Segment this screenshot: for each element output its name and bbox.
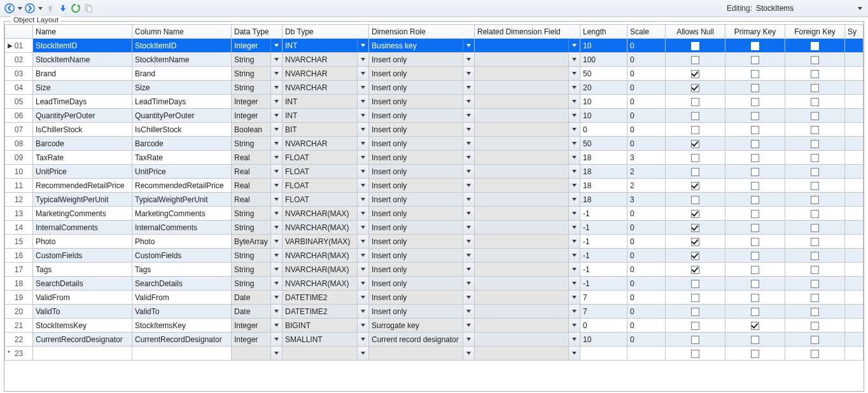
chevron-down-icon[interactable] bbox=[357, 347, 368, 360]
cell-length[interactable]: 7 bbox=[580, 291, 627, 305]
table-row[interactable]: 20ValidToValidToDateDATETIME2Insert only… bbox=[5, 305, 864, 319]
chevron-down-icon[interactable] bbox=[270, 249, 282, 262]
row-gutter[interactable]: 21 bbox=[5, 319, 33, 333]
table-row[interactable]: 07IsChillerStockIsChillerStockBooleanBIT… bbox=[5, 123, 864, 137]
cell-scale[interactable]: 0 bbox=[627, 249, 666, 263]
cell-primary-key[interactable] bbox=[725, 53, 785, 67]
cell-foreign-key[interactable] bbox=[785, 53, 845, 67]
cell-allows-null[interactable] bbox=[666, 81, 725, 95]
cell-db-type[interactable]: NVARCHAR bbox=[283, 137, 369, 151]
checkbox[interactable] bbox=[811, 322, 819, 330]
cell-foreign-key[interactable] bbox=[785, 39, 845, 53]
cell-column-name[interactable]: ValidFrom bbox=[132, 291, 232, 305]
cell-scale[interactable] bbox=[627, 347, 666, 361]
checkbox[interactable] bbox=[811, 336, 819, 344]
cell-data-type[interactable] bbox=[232, 347, 283, 361]
forward-button[interactable] bbox=[24, 3, 36, 14]
cell-name[interactable]: Photo bbox=[33, 235, 132, 249]
cell-name[interactable] bbox=[33, 347, 132, 361]
cell-foreign-key[interactable] bbox=[785, 221, 845, 235]
chevron-down-icon[interactable] bbox=[568, 207, 580, 220]
cell-allows-null[interactable] bbox=[666, 221, 725, 235]
table-row[interactable]: 02StockItemNameStockItemNameStringNVARCH… bbox=[5, 53, 864, 67]
cell-primary-key[interactable] bbox=[725, 67, 785, 81]
row-gutter[interactable]: 15 bbox=[5, 235, 33, 249]
cell-name[interactable]: MarketingComments bbox=[33, 207, 132, 221]
cell-length[interactable]: 18 bbox=[580, 193, 627, 207]
row-gutter[interactable]: 11 bbox=[5, 179, 33, 193]
cell-name[interactable]: Size bbox=[33, 81, 132, 95]
cell-scale[interactable]: 0 bbox=[627, 67, 666, 81]
cell-related-dim-field[interactable] bbox=[475, 221, 580, 235]
checkbox[interactable] bbox=[751, 350, 759, 358]
cell-allows-null[interactable] bbox=[666, 319, 725, 333]
row-gutter[interactable]: 05 bbox=[5, 95, 33, 109]
col-header-foreign-key[interactable]: Foreign Key bbox=[785, 25, 845, 39]
checkbox[interactable] bbox=[691, 308, 699, 316]
chevron-down-icon[interactable] bbox=[270, 151, 282, 164]
cell-primary-key[interactable] bbox=[725, 277, 785, 291]
chevron-down-icon[interactable] bbox=[357, 81, 368, 94]
chevron-down-icon[interactable] bbox=[270, 235, 282, 248]
cell-name[interactable]: SearchDetails bbox=[33, 277, 132, 291]
cell-length[interactable]: -1 bbox=[580, 263, 627, 277]
cell-db-type[interactable]: NVARCHAR(MAX) bbox=[283, 221, 369, 235]
cell-dimension-role[interactable]: Insert only bbox=[369, 305, 475, 319]
cell-db-type[interactable]: INT bbox=[283, 95, 369, 109]
chevron-down-icon[interactable] bbox=[357, 249, 368, 262]
cell-column-name[interactable]: TaxRate bbox=[132, 151, 232, 165]
chevron-down-icon[interactable] bbox=[568, 81, 580, 94]
cell-related-dim-field[interactable] bbox=[475, 95, 580, 109]
chevron-down-icon[interactable] bbox=[463, 137, 474, 150]
editing-object-select[interactable]: StockItems bbox=[756, 4, 864, 13]
cell-data-type[interactable]: Integer bbox=[232, 319, 283, 333]
chevron-down-icon[interactable] bbox=[568, 179, 580, 192]
checkbox[interactable] bbox=[811, 196, 819, 204]
cell-data-type[interactable]: String bbox=[232, 207, 283, 221]
cell-allows-null[interactable] bbox=[666, 123, 725, 137]
checkbox[interactable] bbox=[751, 210, 759, 218]
cell-system[interactable] bbox=[845, 263, 864, 277]
row-gutter[interactable]: 18 bbox=[5, 277, 33, 291]
chevron-down-icon[interactable] bbox=[357, 235, 368, 248]
cell-scale[interactable]: 0 bbox=[627, 277, 666, 291]
chevron-down-icon[interactable] bbox=[357, 67, 368, 80]
cell-column-name[interactable]: Tags bbox=[132, 263, 232, 277]
checkbox[interactable] bbox=[811, 350, 819, 358]
chevron-down-icon[interactable] bbox=[463, 263, 474, 276]
checkbox[interactable] bbox=[751, 126, 759, 134]
cell-column-name[interactable]: SearchDetails bbox=[132, 277, 232, 291]
cell-length[interactable]: -1 bbox=[580, 207, 627, 221]
cell-primary-key[interactable] bbox=[725, 319, 785, 333]
table-row[interactable]: 19ValidFromValidFromDateDATETIME2Insert … bbox=[5, 291, 864, 305]
col-header-allows-null[interactable]: Allows Null bbox=[666, 25, 725, 39]
cell-data-type[interactable]: String bbox=[232, 221, 283, 235]
cell-name[interactable]: RecommendedRetailPrice bbox=[33, 179, 132, 193]
chevron-down-icon[interactable] bbox=[463, 333, 474, 346]
checkbox[interactable] bbox=[751, 56, 759, 64]
cell-foreign-key[interactable] bbox=[785, 81, 845, 95]
cell-related-dim-field[interactable] bbox=[475, 249, 580, 263]
cell-column-name[interactable]: IsChillerStock bbox=[132, 123, 232, 137]
chevron-down-icon[interactable] bbox=[568, 221, 580, 234]
cell-system[interactable] bbox=[845, 305, 864, 319]
chevron-down-icon[interactable] bbox=[357, 95, 368, 108]
cell-system[interactable] bbox=[845, 347, 864, 361]
cell-data-type[interactable]: String bbox=[232, 81, 283, 95]
checkbox[interactable] bbox=[691, 322, 699, 330]
table-row[interactable]: 18SearchDetailsSearchDetailsStringNVARCH… bbox=[5, 277, 864, 291]
cell-foreign-key[interactable] bbox=[785, 123, 845, 137]
cell-dimension-role[interactable]: Insert only bbox=[369, 151, 475, 165]
cell-db-type[interactable]: NVARCHAR(MAX) bbox=[283, 263, 369, 277]
cell-data-type[interactable]: Real bbox=[232, 193, 283, 207]
row-gutter[interactable]: 16 bbox=[5, 249, 33, 263]
cell-column-name[interactable]: InternalComments bbox=[132, 221, 232, 235]
checkbox[interactable] bbox=[691, 182, 699, 190]
chevron-down-icon[interactable] bbox=[463, 81, 474, 94]
checkbox[interactable] bbox=[691, 238, 699, 246]
cell-dimension-role[interactable]: Insert only bbox=[369, 53, 475, 67]
cell-related-dim-field[interactable] bbox=[475, 67, 580, 81]
cell-name[interactable]: ValidTo bbox=[33, 305, 132, 319]
checkbox[interactable] bbox=[691, 126, 699, 134]
chevron-down-icon[interactable] bbox=[463, 67, 474, 80]
